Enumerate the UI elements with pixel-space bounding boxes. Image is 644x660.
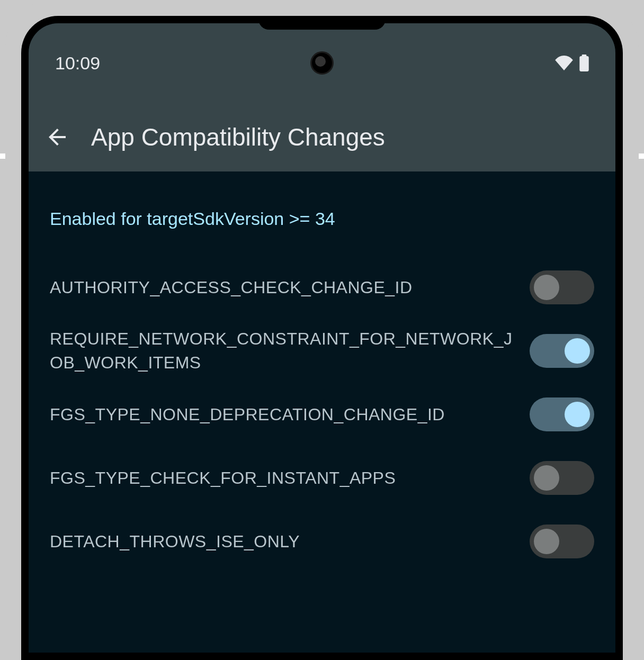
section-header: Enabled for targetSdkVersion >= 34 <box>50 209 594 229</box>
toggle-label: FGS_TYPE_NONE_DEPRECATION_CHANGE_ID <box>50 403 514 427</box>
toggle-row[interactable]: FGS_TYPE_CHECK_FOR_INSTANT_APPS <box>50 446 594 510</box>
toggle-switch[interactable] <box>530 270 594 304</box>
back-arrow-icon[interactable] <box>44 124 70 150</box>
toggle-label: AUTHORITY_ACCESS_CHECK_CHANGE_ID <box>50 276 514 300</box>
toggle-label: DETACH_THROWS_ISE_ONLY <box>50 530 514 554</box>
toggle-switch[interactable] <box>530 461 594 495</box>
toggle-switch[interactable] <box>530 525 594 558</box>
svg-rect-0 <box>579 56 588 71</box>
page-title: App Compatibility Changes <box>91 123 385 151</box>
svg-rect-1 <box>582 55 587 57</box>
app-bar: App Compatibility Changes <box>29 103 615 171</box>
status-icons <box>555 55 589 71</box>
speaker-notch <box>258 16 386 30</box>
status-time: 10:09 <box>55 53 100 74</box>
toggle-row[interactable]: AUTHORITY_ACCESS_CHECK_CHANGE_ID <box>50 256 594 319</box>
toggle-label: REQUIRE_NETWORK_CONSTRAINT_FOR_NETWORK_J… <box>50 327 514 375</box>
toggle-row[interactable]: DETACH_THROWS_ISE_ONLY <box>50 510 594 573</box>
device-side-button <box>639 296 644 402</box>
toggle-switch[interactable] <box>530 334 594 368</box>
wifi-icon <box>555 56 573 70</box>
toggle-switch[interactable] <box>530 397 594 431</box>
screen: 10:09 App Compatib <box>29 23 615 653</box>
toggle-row[interactable]: REQUIRE_NETWORK_CONSTRAINT_FOR_NETWORK_J… <box>50 319 594 383</box>
content-area: Enabled for targetSdkVersion >= 34 AUTHO… <box>29 171 615 573</box>
toggle-label: FGS_TYPE_CHECK_FOR_INSTANT_APPS <box>50 466 514 490</box>
toggle-row[interactable]: FGS_TYPE_NONE_DEPRECATION_CHANGE_ID <box>50 383 594 446</box>
toggle-list: AUTHORITY_ACCESS_CHECK_CHANGE_IDREQUIRE_… <box>50 256 594 573</box>
camera-hole <box>310 51 334 75</box>
device-frame: 10:09 App Compatib <box>5 0 639 660</box>
status-bar: 10:09 <box>29 23 615 103</box>
battery-icon <box>579 55 589 71</box>
